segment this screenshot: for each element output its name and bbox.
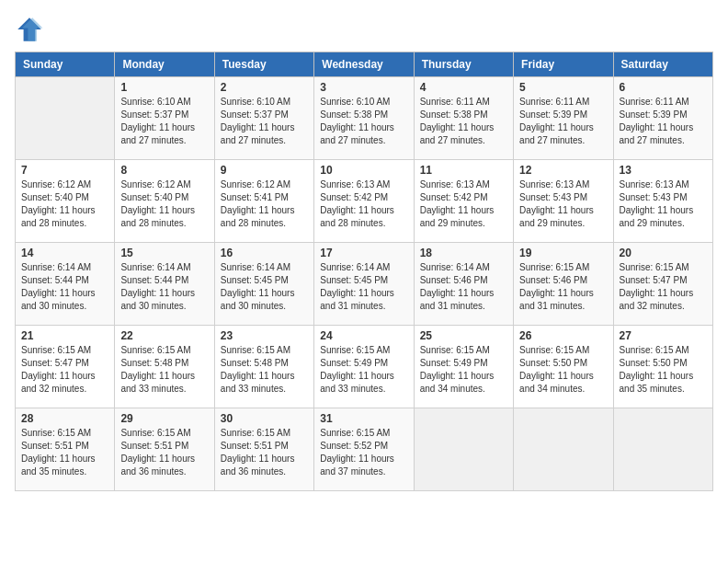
day-info: Sunrise: 6:15 AM Sunset: 5:48 PM Dayligh… bbox=[120, 344, 208, 396]
calendar-cell bbox=[414, 408, 513, 491]
day-number: 15 bbox=[120, 247, 208, 259]
day-info: Sunrise: 6:15 AM Sunset: 5:51 PM Dayligh… bbox=[221, 427, 308, 478]
calendar-cell: 22Sunrise: 6:15 AM Sunset: 5:48 PM Dayli… bbox=[115, 326, 214, 408]
day-number: 18 bbox=[420, 247, 507, 259]
day-info: Sunrise: 6:10 AM Sunset: 5:38 PM Dayligh… bbox=[320, 96, 407, 147]
calendar-cell: 28Sunrise: 6:15 AM Sunset: 5:51 PM Dayli… bbox=[16, 408, 115, 491]
day-info: Sunrise: 6:15 AM Sunset: 5:50 PM Dayligh… bbox=[620, 344, 707, 396]
calendar-cell: 13Sunrise: 6:13 AM Sunset: 5:43 PM Dayli… bbox=[613, 160, 712, 243]
day-info: Sunrise: 6:13 AM Sunset: 5:43 PM Dayligh… bbox=[519, 178, 607, 230]
calendar-cell bbox=[514, 408, 613, 491]
day-info: Sunrise: 6:14 AM Sunset: 5:45 PM Dayligh… bbox=[320, 261, 407, 313]
calendar-cell: 5Sunrise: 6:11 AM Sunset: 5:39 PM Daylig… bbox=[514, 77, 613, 160]
calendar-cell: 8Sunrise: 6:12 AM Sunset: 5:40 PM Daylig… bbox=[115, 160, 214, 243]
day-info: Sunrise: 6:15 AM Sunset: 5:49 PM Dayligh… bbox=[420, 344, 507, 396]
day-number: 24 bbox=[320, 329, 407, 342]
day-number: 3 bbox=[320, 81, 407, 94]
calendar-header-row: SundayMondayTuesdayWednesdayThursdayFrid… bbox=[16, 52, 713, 77]
calendar-cell: 26Sunrise: 6:15 AM Sunset: 5:50 PM Dayli… bbox=[514, 326, 613, 408]
calendar-cell: 18Sunrise: 6:14 AM Sunset: 5:46 PM Dayli… bbox=[414, 243, 513, 326]
day-info: Sunrise: 6:10 AM Sunset: 5:37 PM Dayligh… bbox=[120, 96, 208, 147]
day-info: Sunrise: 6:15 AM Sunset: 5:46 PM Dayligh… bbox=[519, 261, 607, 313]
calendar-week-row: 28Sunrise: 6:15 AM Sunset: 5:51 PM Dayli… bbox=[16, 408, 713, 491]
calendar-cell bbox=[613, 408, 712, 491]
day-info: Sunrise: 6:15 AM Sunset: 5:49 PM Dayligh… bbox=[320, 344, 407, 396]
logo-icon bbox=[15, 15, 44, 44]
day-info: Sunrise: 6:12 AM Sunset: 5:41 PM Dayligh… bbox=[221, 178, 308, 230]
day-number: 13 bbox=[620, 164, 707, 177]
day-info: Sunrise: 6:15 AM Sunset: 5:52 PM Dayligh… bbox=[320, 427, 407, 478]
day-of-week-header: Sunday bbox=[16, 52, 115, 77]
day-of-week-header: Saturday bbox=[613, 52, 712, 77]
calendar-cell: 23Sunrise: 6:15 AM Sunset: 5:48 PM Dayli… bbox=[214, 326, 313, 408]
day-number: 23 bbox=[221, 329, 308, 342]
day-number: 25 bbox=[420, 329, 507, 342]
calendar-cell: 17Sunrise: 6:14 AM Sunset: 5:45 PM Dayli… bbox=[314, 243, 414, 326]
calendar-cell: 7Sunrise: 6:12 AM Sunset: 5:40 PM Daylig… bbox=[16, 160, 115, 243]
day-number: 22 bbox=[120, 329, 208, 342]
day-info: Sunrise: 6:11 AM Sunset: 5:38 PM Dayligh… bbox=[420, 96, 507, 147]
day-number: 20 bbox=[620, 247, 707, 259]
calendar-cell: 24Sunrise: 6:15 AM Sunset: 5:49 PM Dayli… bbox=[314, 326, 414, 408]
day-number: 12 bbox=[519, 164, 607, 177]
day-of-week-header: Friday bbox=[514, 52, 613, 77]
day-number: 17 bbox=[320, 247, 407, 259]
day-number: 30 bbox=[221, 412, 308, 425]
day-info: Sunrise: 6:11 AM Sunset: 5:39 PM Dayligh… bbox=[620, 96, 707, 147]
calendar-week-row: 14Sunrise: 6:14 AM Sunset: 5:44 PM Dayli… bbox=[16, 243, 713, 326]
day-number: 9 bbox=[221, 164, 308, 177]
calendar-cell: 11Sunrise: 6:13 AM Sunset: 5:42 PM Dayli… bbox=[414, 160, 513, 243]
calendar-cell: 31Sunrise: 6:15 AM Sunset: 5:52 PM Dayli… bbox=[314, 408, 414, 491]
day-number: 27 bbox=[620, 329, 707, 342]
day-number: 11 bbox=[420, 164, 507, 177]
day-number: 28 bbox=[21, 412, 108, 425]
day-number: 6 bbox=[620, 81, 707, 94]
day-number: 14 bbox=[21, 247, 108, 259]
calendar-cell: 20Sunrise: 6:15 AM Sunset: 5:47 PM Dayli… bbox=[613, 243, 712, 326]
day-of-week-header: Thursday bbox=[414, 52, 513, 77]
calendar-cell: 10Sunrise: 6:13 AM Sunset: 5:42 PM Dayli… bbox=[314, 160, 414, 243]
calendar-cell: 29Sunrise: 6:15 AM Sunset: 5:51 PM Dayli… bbox=[115, 408, 214, 491]
day-info: Sunrise: 6:15 AM Sunset: 5:51 PM Dayligh… bbox=[120, 427, 208, 478]
day-number: 10 bbox=[320, 164, 407, 177]
calendar-cell: 6Sunrise: 6:11 AM Sunset: 5:39 PM Daylig… bbox=[613, 77, 712, 160]
calendar-cell: 2Sunrise: 6:10 AM Sunset: 5:37 PM Daylig… bbox=[214, 77, 313, 160]
day-info: Sunrise: 6:14 AM Sunset: 5:46 PM Dayligh… bbox=[420, 261, 507, 313]
day-number: 16 bbox=[221, 247, 308, 259]
calendar-cell: 19Sunrise: 6:15 AM Sunset: 5:46 PM Dayli… bbox=[514, 243, 613, 326]
calendar-cell: 12Sunrise: 6:13 AM Sunset: 5:43 PM Dayli… bbox=[514, 160, 613, 243]
day-info: Sunrise: 6:15 AM Sunset: 5:51 PM Dayligh… bbox=[21, 427, 108, 478]
day-number: 5 bbox=[519, 81, 607, 94]
day-of-week-header: Wednesday bbox=[314, 52, 414, 77]
day-info: Sunrise: 6:15 AM Sunset: 5:47 PM Dayligh… bbox=[21, 344, 108, 396]
day-info: Sunrise: 6:11 AM Sunset: 5:39 PM Dayligh… bbox=[519, 96, 607, 147]
calendar-cell: 25Sunrise: 6:15 AM Sunset: 5:49 PM Dayli… bbox=[414, 326, 513, 408]
day-info: Sunrise: 6:14 AM Sunset: 5:44 PM Dayligh… bbox=[21, 261, 108, 313]
calendar-week-row: 7Sunrise: 6:12 AM Sunset: 5:40 PM Daylig… bbox=[16, 160, 713, 243]
calendar-week-row: 21Sunrise: 6:15 AM Sunset: 5:47 PM Dayli… bbox=[16, 326, 713, 408]
day-number: 31 bbox=[320, 412, 407, 425]
day-info: Sunrise: 6:15 AM Sunset: 5:50 PM Dayligh… bbox=[519, 344, 607, 396]
day-number: 7 bbox=[21, 164, 108, 177]
day-of-week-header: Tuesday bbox=[214, 52, 313, 77]
day-number: 8 bbox=[120, 164, 208, 177]
day-info: Sunrise: 6:13 AM Sunset: 5:42 PM Dayligh… bbox=[320, 178, 407, 230]
calendar-cell: 15Sunrise: 6:14 AM Sunset: 5:44 PM Dayli… bbox=[115, 243, 214, 326]
day-info: Sunrise: 6:10 AM Sunset: 5:37 PM Dayligh… bbox=[221, 96, 308, 147]
day-info: Sunrise: 6:12 AM Sunset: 5:40 PM Dayligh… bbox=[120, 178, 208, 230]
day-number: 26 bbox=[519, 329, 607, 342]
day-number: 1 bbox=[120, 81, 208, 94]
day-info: Sunrise: 6:13 AM Sunset: 5:42 PM Dayligh… bbox=[420, 178, 507, 230]
day-of-week-header: Monday bbox=[115, 52, 214, 77]
day-info: Sunrise: 6:14 AM Sunset: 5:45 PM Dayligh… bbox=[221, 261, 308, 313]
logo bbox=[15, 15, 48, 44]
day-info: Sunrise: 6:13 AM Sunset: 5:43 PM Dayligh… bbox=[620, 178, 707, 230]
calendar-cell: 14Sunrise: 6:14 AM Sunset: 5:44 PM Dayli… bbox=[16, 243, 115, 326]
day-number: 21 bbox=[21, 329, 108, 342]
calendar-table: SundayMondayTuesdayWednesdayThursdayFrid… bbox=[15, 52, 713, 491]
day-info: Sunrise: 6:15 AM Sunset: 5:47 PM Dayligh… bbox=[620, 261, 707, 313]
calendar-cell: 4Sunrise: 6:11 AM Sunset: 5:38 PM Daylig… bbox=[414, 77, 513, 160]
calendar-cell: 3Sunrise: 6:10 AM Sunset: 5:38 PM Daylig… bbox=[314, 77, 414, 160]
day-info: Sunrise: 6:12 AM Sunset: 5:40 PM Dayligh… bbox=[21, 178, 108, 230]
calendar-cell: 9Sunrise: 6:12 AM Sunset: 5:41 PM Daylig… bbox=[214, 160, 313, 243]
